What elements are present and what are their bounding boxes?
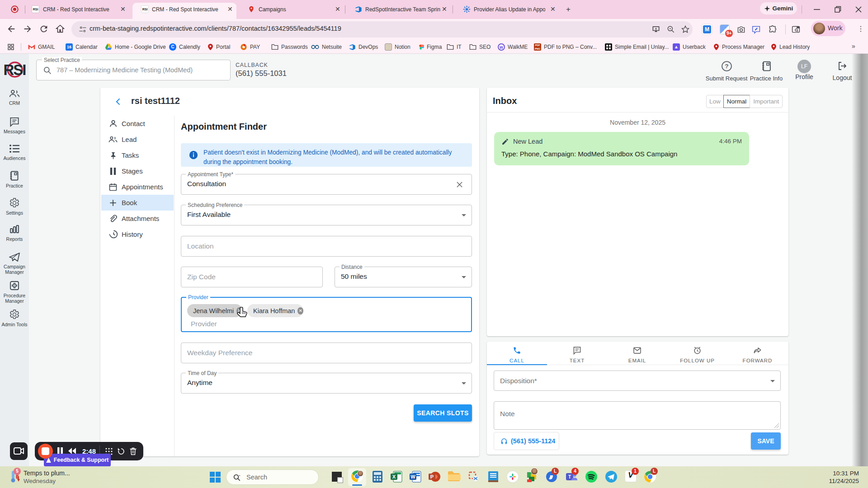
svg-text:?: ? <box>725 63 728 70</box>
svg-text:T: T <box>568 474 571 479</box>
svg-text:X: X <box>392 474 396 479</box>
svg-text:RSI: RSI <box>3 61 25 78</box>
svg-text:P: P <box>430 474 434 479</box>
svg-text:W: W <box>410 474 415 479</box>
